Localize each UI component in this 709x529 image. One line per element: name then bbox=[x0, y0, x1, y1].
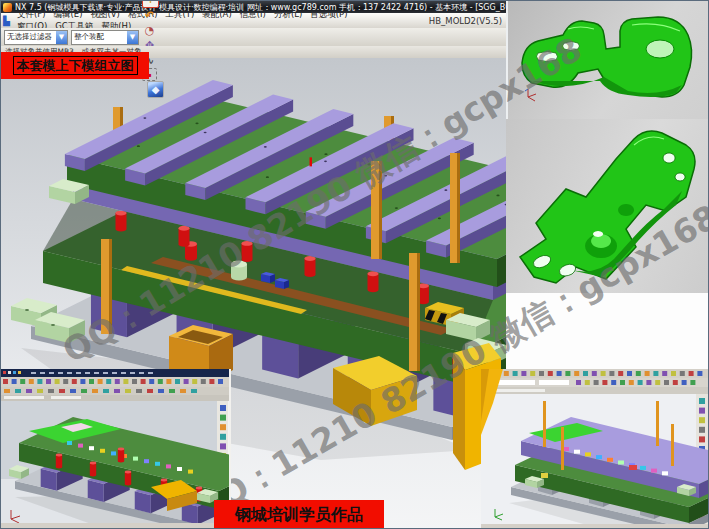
menu-bar: ▙ 文件(F)编辑(E)视图(V)格式(R)工具(T)装配(A)信息(I)分析(… bbox=[1, 13, 506, 28]
selection-scope-combo[interactable]: 整个装配 ▼ bbox=[71, 30, 139, 45]
menu-item[interactable]: 窗口(O) bbox=[13, 21, 51, 29]
green-part-1-image bbox=[508, 1, 709, 119]
green-part-2-image bbox=[506, 119, 709, 293]
red-caption-top-text: 本套模上下模组立图 bbox=[13, 56, 138, 75]
undo-icon[interactable]: ↶ bbox=[142, 8, 157, 23]
part-view-upper bbox=[506, 1, 709, 119]
menu-items: 文件(F)编辑(E)视图(V)格式(R)工具(T)装配(A)信息(I)分析(L)… bbox=[13, 13, 425, 28]
window-title: NX 7.5 (钢城模具下载课·专业·产品设计·模具设计·数控编程·培训 网址：… bbox=[15, 2, 506, 13]
menu-item[interactable]: GC工具箱 bbox=[51, 21, 97, 29]
menu-item[interactable]: 分析(L) bbox=[270, 13, 306, 19]
menu-item[interactable]: 帮助(H) bbox=[97, 21, 135, 29]
menu-item[interactable]: 工具(T) bbox=[161, 13, 198, 19]
type-filter-value: 无选择过滤器 bbox=[5, 32, 56, 42]
chevron-down-icon[interactable]: ▼ bbox=[127, 31, 138, 44]
menu-item[interactable]: 视图(V) bbox=[86, 13, 123, 19]
thumbnail-upper-die-view bbox=[481, 369, 709, 529]
red-caption-bottom: 钢城培训学员作品 bbox=[214, 500, 384, 529]
menu-item-custom[interactable]: HB_MOLD2(V5.5) bbox=[425, 16, 506, 26]
menu-item[interactable]: 信息(I) bbox=[236, 13, 270, 19]
menu-item[interactable]: 首选项(P) bbox=[306, 13, 351, 19]
chevron-down-icon[interactable]: ▼ bbox=[56, 31, 67, 44]
selection-toolbar: 无选择过滤器 ▼ 整个装配 ▼ ⌖✛↶◔✥∿▪◆ bbox=[1, 28, 506, 46]
nx-logo-icon bbox=[3, 3, 12, 12]
orbit-icon[interactable]: ◔ bbox=[142, 23, 157, 38]
selection-scope-value: 整个装配 bbox=[72, 32, 127, 42]
part-file-icon: ▙ bbox=[3, 16, 10, 26]
part-view-lower bbox=[506, 119, 709, 293]
nx-application-window: NX 7.5 (钢城模具下载课·专业·产品设计·模具设计·数控编程·培训 网址：… bbox=[0, 0, 709, 529]
thumbnail-lower-die-view bbox=[1, 369, 231, 529]
star-select-icon[interactable]: ✛ bbox=[142, 0, 159, 8]
thumbnail-left-image bbox=[1, 369, 231, 529]
type-filter-combo[interactable]: 无选择过滤器 ▼ bbox=[4, 30, 68, 45]
red-caption-top: 本套模上下模组立图 bbox=[1, 52, 149, 79]
title-bar[interactable]: NX 7.5 (钢城模具下载课·专业·产品设计·模具设计·数控编程·培训 网址：… bbox=[1, 1, 506, 13]
thumbnail-right-image bbox=[481, 369, 709, 529]
background-white-area bbox=[506, 293, 709, 369]
menu-item[interactable]: 编辑(E) bbox=[49, 13, 86, 19]
menu-item[interactable]: 装配(A) bbox=[198, 13, 235, 19]
menu-item[interactable]: 文件(F) bbox=[13, 13, 50, 19]
shaded-view-icon[interactable]: ◆ bbox=[147, 81, 164, 98]
